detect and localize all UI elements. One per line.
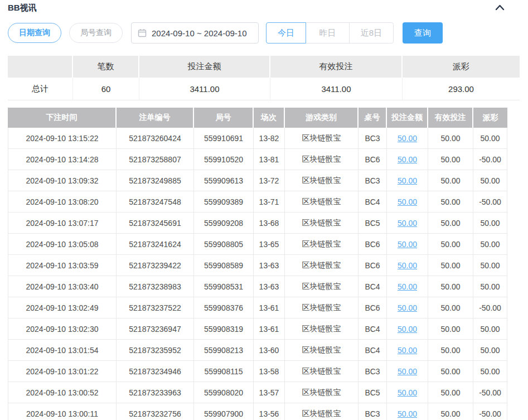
table-cell: 13-82 xyxy=(254,128,285,149)
bet-amount-link[interactable]: 50.00 xyxy=(398,409,417,418)
table-row: 2024-09-10 13:15:22521873260424559910691… xyxy=(8,128,507,149)
table-cell: 13-58 xyxy=(254,361,285,382)
date-range-input[interactable]: 2024-09-10 ~ 2024-09-10 xyxy=(131,22,259,44)
table-cell: 区块链骰宝 xyxy=(285,276,359,297)
table-cell: 521873233963 xyxy=(117,382,194,403)
table-cell: BC3 xyxy=(359,361,387,382)
bet-amount-link[interactable]: 50.00 xyxy=(398,282,417,291)
table-cell: 521873234946 xyxy=(117,361,194,382)
bet-column-header: 场次 xyxy=(254,108,285,128)
bet-amount-cell[interactable]: 50.00 xyxy=(387,170,428,191)
table-cell: 50.00 xyxy=(428,276,473,297)
bet-amount-cell[interactable]: 50.00 xyxy=(387,382,428,403)
yesterday-button[interactable]: 昨日 xyxy=(306,22,350,44)
table-cell: 559908213 xyxy=(194,340,254,361)
table-cell: 50.00 xyxy=(473,128,507,149)
filter-controls: 日期查询 局号查询 2024-09-10 ~ 2024-09-10 今日 昨日 … xyxy=(8,22,528,44)
table-cell: -50.00 xyxy=(473,403,507,420)
bet-amount-cell[interactable]: 50.00 xyxy=(387,403,428,420)
table-cell: BC6 xyxy=(359,255,387,276)
bet-column-header: 有效投注 xyxy=(428,108,473,128)
table-cell: 50.00 xyxy=(428,340,473,361)
summary-table: 笔数投注金额有效投注派彩 总计603411.003411.00293.00 xyxy=(8,56,520,100)
table-cell: -50.00 xyxy=(473,191,507,213)
table-cell: 50.00 xyxy=(473,170,507,191)
bet-amount-cell[interactable]: 50.00 xyxy=(387,297,428,318)
bet-amount-cell[interactable]: 50.00 xyxy=(387,149,428,170)
collapse-section-button[interactable] xyxy=(495,4,505,12)
bet-amount-cell[interactable]: 50.00 xyxy=(387,361,428,382)
bet-amount-link[interactable]: 50.00 xyxy=(398,346,417,355)
bet-amount-link[interactable]: 50.00 xyxy=(398,261,417,270)
bet-amount-link[interactable]: 50.00 xyxy=(398,134,417,143)
bet-amount-link[interactable]: 50.00 xyxy=(398,388,417,397)
search-button[interactable]: 查询 xyxy=(403,22,443,44)
table-cell: 13-57 xyxy=(254,382,285,403)
bet-amount-link[interactable]: 50.00 xyxy=(398,240,417,249)
summary-total-value: 3411.00 xyxy=(139,78,270,100)
table-cell: -50.00 xyxy=(473,297,507,318)
table-row: 2024-09-10 13:09:32521873249885559909613… xyxy=(8,170,507,191)
bet-amount-cell[interactable]: 50.00 xyxy=(387,255,428,276)
table-cell: 559908531 xyxy=(194,276,254,297)
bet-amount-cell[interactable]: 50.00 xyxy=(387,128,428,149)
table-cell: 2024-09-10 13:02:49 xyxy=(8,297,117,318)
summary-total-label: 总计 xyxy=(8,78,73,100)
date-query-tab[interactable]: 日期查询 xyxy=(8,23,61,43)
table-row: 2024-09-10 13:01:54521873235952559908213… xyxy=(8,340,507,361)
bet-amount-cell[interactable]: 50.00 xyxy=(387,191,428,213)
section-titlebar: BB视讯 xyxy=(8,1,528,15)
table-cell: 521873241624 xyxy=(117,234,194,255)
table-cell: 2024-09-10 13:00:52 xyxy=(8,382,117,403)
bet-amount-link[interactable]: 50.00 xyxy=(398,367,417,376)
chevron-up-icon xyxy=(495,4,505,12)
table-cell: 50.00 xyxy=(473,276,507,297)
summary-total-row: 总计603411.003411.00293.00 xyxy=(8,78,520,100)
table-cell: BC5 xyxy=(359,382,387,403)
table-cell: 521873249885 xyxy=(117,170,194,191)
table-cell: -50.00 xyxy=(473,382,507,403)
table-cell: 区块链骰宝 xyxy=(285,128,359,149)
bet-amount-link[interactable]: 50.00 xyxy=(398,197,417,206)
table-cell: 区块链骰宝 xyxy=(285,403,359,420)
round-query-tab[interactable]: 局号查询 xyxy=(69,23,123,43)
table-cell: BC6 xyxy=(359,297,387,318)
bet-amount-link[interactable]: 50.00 xyxy=(398,176,417,185)
bet-amount-cell[interactable]: 50.00 xyxy=(387,213,428,234)
bet-table-body: 2024-09-10 13:15:22521873260424559910691… xyxy=(8,128,507,420)
table-cell: BC4 xyxy=(359,191,387,213)
table-cell: 2024-09-10 13:02:30 xyxy=(8,318,117,340)
table-cell: 521873237522 xyxy=(117,297,194,318)
bet-amount-cell[interactable]: 50.00 xyxy=(387,234,428,255)
bet-amount-cell[interactable]: 50.00 xyxy=(387,276,428,297)
table-cell: 559908020 xyxy=(194,382,254,403)
table-cell: 2024-09-10 13:01:22 xyxy=(8,361,117,382)
bet-amount-cell[interactable]: 50.00 xyxy=(387,318,428,340)
table-cell: BC4 xyxy=(359,340,387,361)
bet-amount-link[interactable]: 50.00 xyxy=(398,155,417,164)
table-cell: BC4 xyxy=(359,318,387,340)
today-button[interactable]: 今日 xyxy=(266,22,306,44)
table-row: 2024-09-10 13:07:17521873245691559909208… xyxy=(8,213,507,234)
table-cell: 559909613 xyxy=(194,170,254,191)
table-cell: 559908376 xyxy=(194,297,254,318)
summary-head-row: 笔数投注金额有效投注派彩 xyxy=(8,56,520,78)
table-cell: 区块链骰宝 xyxy=(285,213,359,234)
last-8-days-button[interactable]: 近8日 xyxy=(349,22,394,44)
bet-amount-link[interactable]: 50.00 xyxy=(398,325,417,334)
table-cell: 521873260424 xyxy=(117,128,194,149)
table-cell: 2024-09-10 13:08:20 xyxy=(8,191,117,213)
bet-column-header: 派彩 xyxy=(473,108,507,128)
table-cell: 521873247548 xyxy=(117,191,194,213)
bet-amount-cell[interactable]: 50.00 xyxy=(387,340,428,361)
summary-column-header: 笔数 xyxy=(73,56,139,78)
table-cell: 50.00 xyxy=(428,234,473,255)
table-cell: BC6 xyxy=(359,149,387,170)
bet-amount-link[interactable]: 50.00 xyxy=(398,303,417,312)
table-cell: 13-65 xyxy=(254,234,285,255)
table-cell: 13-71 xyxy=(254,191,285,213)
bet-column-header: 投注金额 xyxy=(387,108,428,128)
table-cell: 521873236947 xyxy=(117,318,194,340)
bet-amount-link[interactable]: 50.00 xyxy=(398,219,417,228)
table-cell: 区块链骰宝 xyxy=(285,170,359,191)
